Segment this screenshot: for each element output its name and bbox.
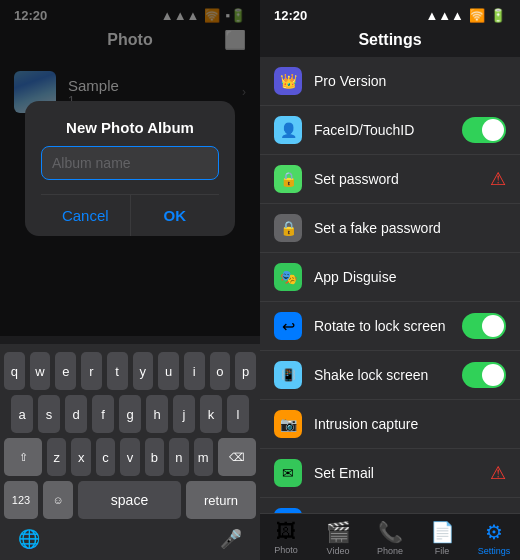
tab-video-label: Video xyxy=(327,546,350,556)
keyboard: q w e r t y u i o p a s d f g h j k l ⇧ … xyxy=(0,344,260,560)
key-q[interactable]: q xyxy=(4,352,25,390)
key-b[interactable]: b xyxy=(145,438,164,476)
settings-row-email[interactable]: ✉ Set Email ⚠ xyxy=(260,449,520,498)
time-right: 12:20 xyxy=(274,8,307,23)
key-d[interactable]: d xyxy=(65,395,87,433)
bottom-bar: 🌐 🎤 xyxy=(4,524,256,556)
intrusion-icon: 📷 xyxy=(274,410,302,438)
key-s[interactable]: s xyxy=(38,395,60,433)
rotate-toggle[interactable] xyxy=(462,313,506,339)
emoji-key[interactable]: ☺ xyxy=(43,481,73,519)
settings-nav: Settings xyxy=(260,27,520,57)
key-o[interactable]: o xyxy=(210,352,231,390)
key-l[interactable]: l xyxy=(227,395,249,433)
rotate-icon: ↩ xyxy=(274,312,302,340)
app-disguise-label: App Disguise xyxy=(314,269,506,285)
modal-buttons: Cancel OK xyxy=(41,194,219,236)
pro-icon: 👑 xyxy=(274,67,302,95)
key-x[interactable]: x xyxy=(71,438,90,476)
settings-row-shake[interactable]: 📳 Shake lock screen xyxy=(260,351,520,400)
key-k[interactable]: k xyxy=(200,395,222,433)
left-panel: 12:20 ▲▲▲ 🛜 ▪🔋 Photo ⬜ Sample 1 › New Ph… xyxy=(0,0,260,560)
key-t[interactable]: t xyxy=(107,352,128,390)
settings-list: 👑 Pro Version 👤 FaceID/TouchID 🔒 Set pas… xyxy=(260,57,520,513)
settings-row-faceid[interactable]: 👤 FaceID/TouchID xyxy=(260,106,520,155)
password-icon: 🔒 xyxy=(274,165,302,193)
settings-row-rotate[interactable]: ↩ Rotate to lock screen xyxy=(260,302,520,351)
key-f[interactable]: f xyxy=(92,395,114,433)
fake-password-label: Set a fake password xyxy=(314,220,506,236)
cancel-button[interactable]: Cancel xyxy=(41,195,131,236)
shake-label: Shake lock screen xyxy=(314,367,462,383)
shake-toggle[interactable] xyxy=(462,362,506,388)
space-key[interactable]: space xyxy=(78,481,181,519)
key-z[interactable]: z xyxy=(47,438,66,476)
key-n[interactable]: n xyxy=(169,438,188,476)
key-m[interactable]: m xyxy=(194,438,213,476)
status-icons-right: ▲▲▲ 🛜 🔋 xyxy=(425,8,506,23)
tab-phone-label: Phone xyxy=(377,546,403,556)
settings-title: Settings xyxy=(358,31,421,49)
tab-photo-label: Photo xyxy=(274,545,298,555)
album-name-input[interactable] xyxy=(41,146,219,180)
faceid-label: FaceID/TouchID xyxy=(314,122,462,138)
tab-settings-label: Settings xyxy=(478,546,511,556)
key-p[interactable]: p xyxy=(235,352,256,390)
key-c[interactable]: c xyxy=(96,438,115,476)
app-disguise-icon: 🎭 xyxy=(274,263,302,291)
password-label: Set password xyxy=(314,171,490,187)
shake-icon: 📳 xyxy=(274,361,302,389)
tab-phone[interactable]: 📞 Phone xyxy=(364,520,416,556)
num-key[interactable]: 123 xyxy=(4,481,38,519)
tab-file-label: File xyxy=(435,546,450,556)
delete-key[interactable]: ⌫ xyxy=(218,438,256,476)
key-a[interactable]: a xyxy=(11,395,33,433)
tab-settings-icon: ⚙ xyxy=(485,520,503,544)
right-panel: 12:20 ▲▲▲ 🛜 🔋 Settings 👑 Pro Version 👤 F… xyxy=(260,0,520,560)
modal-overlay: New Photo Album Cancel OK xyxy=(0,0,260,336)
tab-settings[interactable]: ⚙ Settings xyxy=(468,520,520,556)
rotate-label: Rotate to lock screen xyxy=(314,318,462,334)
wifi-icon-right: 🛜 xyxy=(469,8,485,23)
key-g[interactable]: g xyxy=(119,395,141,433)
email-label: Set Email xyxy=(314,465,490,481)
settings-row-pro[interactable]: 👑 Pro Version xyxy=(260,57,520,106)
key-y[interactable]: y xyxy=(133,352,154,390)
modal-title: New Photo Album xyxy=(41,119,219,136)
key-row-1: q w e r t y u i o p xyxy=(4,352,256,390)
settings-row-fake-password[interactable]: 🔒 Set a fake password xyxy=(260,204,520,253)
faceid-toggle[interactable] xyxy=(462,117,506,143)
settings-section-1: 👑 Pro Version 👤 FaceID/TouchID 🔒 Set pas… xyxy=(260,57,520,513)
ok-button[interactable]: OK xyxy=(131,195,220,236)
fake-password-icon: 🔒 xyxy=(274,214,302,242)
key-v[interactable]: v xyxy=(120,438,139,476)
settings-row-intrusion[interactable]: 📷 Intrusion capture xyxy=(260,400,520,449)
key-h[interactable]: h xyxy=(146,395,168,433)
key-e[interactable]: e xyxy=(55,352,76,390)
tab-photo[interactable]: 🖼 Photo xyxy=(260,520,312,556)
pro-label: Pro Version xyxy=(314,73,506,89)
key-u[interactable]: u xyxy=(158,352,179,390)
key-r[interactable]: r xyxy=(81,352,102,390)
key-row-4: 123 ☺ space return xyxy=(4,481,256,519)
settings-row-wifi[interactable]: 📶 Wi-Fi transmission xyxy=(260,498,520,513)
shift-key[interactable]: ⇧ xyxy=(4,438,42,476)
key-j[interactable]: j xyxy=(173,395,195,433)
tab-file-icon: 📄 xyxy=(430,520,455,544)
return-key[interactable]: return xyxy=(186,481,256,519)
tab-video[interactable]: 🎬 Video xyxy=(312,520,364,556)
email-icon: ✉ xyxy=(274,459,302,487)
status-bar-right: 12:20 ▲▲▲ 🛜 🔋 xyxy=(260,0,520,27)
mic-icon[interactable]: 🎤 xyxy=(220,528,242,550)
key-w[interactable]: w xyxy=(30,352,51,390)
signal-icon-right: ▲▲▲ xyxy=(425,8,464,23)
tab-file[interactable]: 📄 File xyxy=(416,520,468,556)
settings-row-app-disguise[interactable]: 🎭 App Disguise xyxy=(260,253,520,302)
key-i[interactable]: i xyxy=(184,352,205,390)
key-row-3: ⇧ z x c v b n m ⌫ xyxy=(4,438,256,476)
settings-row-password[interactable]: 🔒 Set password ⚠ xyxy=(260,155,520,204)
globe-icon[interactable]: 🌐 xyxy=(18,528,40,550)
password-alert-icon: ⚠ xyxy=(490,168,506,190)
faceid-icon: 👤 xyxy=(274,116,302,144)
tab-phone-icon: 📞 xyxy=(378,520,403,544)
